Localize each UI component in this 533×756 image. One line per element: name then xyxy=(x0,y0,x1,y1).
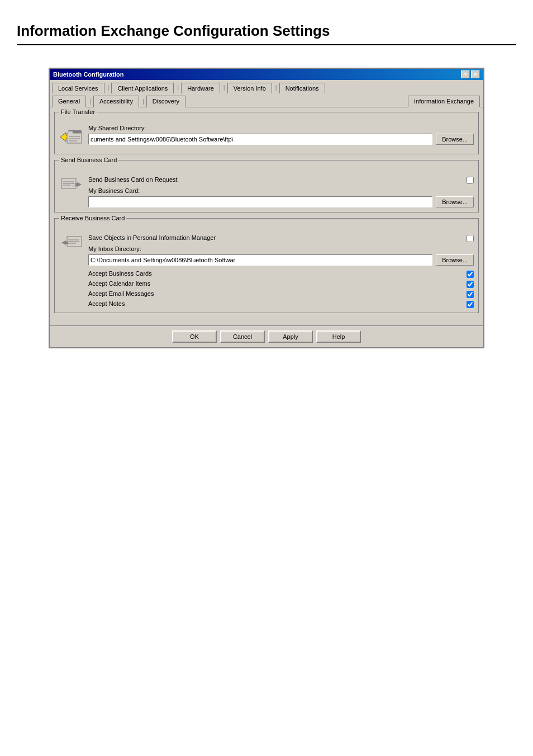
accept-calendar-items-checkbox[interactable] xyxy=(467,281,474,288)
tab-notifications[interactable]: Notifications xyxy=(279,83,325,93)
file-transfer-fields: My Shared Directory: Browse... xyxy=(88,125,474,145)
tab-divider-6: | xyxy=(140,95,146,107)
tabs-row1: Local Services | Client Applications | H… xyxy=(50,80,483,93)
my-inbox-directory-label: My Inbox Directory: xyxy=(88,245,474,252)
business-card-browse-button[interactable]: Browse... xyxy=(436,196,474,207)
save-in-pim-row: Save Objects in Personal Information Man… xyxy=(88,234,474,242)
tab-general[interactable]: General xyxy=(52,96,86,107)
accept-email-messages-label: Accept Email Messages xyxy=(88,290,154,297)
tab-local-services[interactable]: Local Services xyxy=(52,83,104,93)
accept-calendar-items-row: Accept Calendar Items xyxy=(88,280,474,288)
tab-accessibility[interactable]: Accessibility xyxy=(93,96,139,107)
send-business-card-fields: Send Business Card on Request My Busines… xyxy=(88,173,474,207)
inbox-directory-input[interactable] xyxy=(88,254,432,266)
my-shared-directory-label: My Shared Directory: xyxy=(88,125,474,131)
close-titlebar-button[interactable]: × xyxy=(471,70,480,78)
file-transfer-icon xyxy=(59,125,84,149)
tab-divider-5: | xyxy=(87,95,93,107)
dialog-titlebar: Bluetooth Configuration ? × xyxy=(50,69,483,80)
accept-notes-row: Accept Notes xyxy=(88,300,474,308)
help-button[interactable]: Help xyxy=(316,330,361,343)
tab-divider-1: | xyxy=(106,82,112,93)
tab-divider-4: | xyxy=(273,82,279,93)
inbox-directory-row: Browse... xyxy=(88,254,474,266)
receive-business-card-group: Receive Business Card Save Obj xyxy=(54,218,479,313)
bottom-buttons: OK Cancel Apply Help xyxy=(50,325,483,347)
page-title: Information Exchange Configuration Setti… xyxy=(17,22,516,45)
apply-button[interactable]: Apply xyxy=(268,330,313,343)
receive-business-card-content: Save Objects in Personal Information Man… xyxy=(59,231,474,308)
accept-business-cards-checkbox[interactable] xyxy=(467,271,474,278)
save-in-pim-checkbox[interactable] xyxy=(467,235,474,242)
send-business-card-icon xyxy=(59,173,84,197)
send-business-card-title: Send Business Card xyxy=(59,157,118,163)
inbox-browse-button[interactable]: Browse... xyxy=(436,254,474,266)
accept-email-messages-checkbox[interactable] xyxy=(467,291,474,298)
file-transfer-title: File Transfer xyxy=(59,108,97,115)
send-business-card-group: Send Business Card Send Busine xyxy=(54,160,479,212)
shared-directory-input[interactable] xyxy=(88,134,432,145)
tab-information-exchange[interactable]: Information Exchange xyxy=(408,96,480,107)
send-on-request-checkbox[interactable] xyxy=(467,177,474,184)
file-transfer-browse-button[interactable]: Browse... xyxy=(436,134,474,145)
accept-email-messages-row: Accept Email Messages xyxy=(88,290,474,298)
svg-rect-2 xyxy=(67,133,82,143)
save-in-pim-label: Save Objects in Personal Information Man… xyxy=(88,234,216,241)
dialog-body: File Transfer xyxy=(50,107,483,323)
send-business-card-content: Send Business Card on Request My Busines… xyxy=(59,173,474,207)
accept-business-cards-row: Accept Business Cards xyxy=(88,270,474,278)
business-card-row: Browse... xyxy=(88,196,474,207)
accept-business-cards-label: Accept Business Cards xyxy=(88,270,152,277)
tab-divider-3: | xyxy=(221,82,227,93)
cancel-button[interactable]: Cancel xyxy=(220,330,265,343)
send-on-request-label: Send Business Card on Request xyxy=(88,176,178,183)
accept-calendar-items-label: Accept Calendar Items xyxy=(88,280,150,287)
svg-rect-3 xyxy=(68,131,73,134)
tab-discovery[interactable]: Discovery xyxy=(146,96,185,107)
ok-button[interactable]: OK xyxy=(172,330,217,343)
tab-version-info[interactable]: Version Info xyxy=(227,83,272,93)
shared-directory-row: Browse... xyxy=(88,134,474,145)
accept-notes-label: Accept Notes xyxy=(88,300,125,307)
file-transfer-content: My Shared Directory: Browse... xyxy=(59,125,474,149)
dialog-title: Bluetooth Configuration xyxy=(53,71,123,78)
send-on-request-row: Send Business Card on Request xyxy=(88,176,474,184)
receive-business-card-icon xyxy=(59,231,84,256)
receive-business-card-fields: Save Objects in Personal Information Man… xyxy=(88,231,474,308)
tabs-row2: General | Accessibility | Discovery Info… xyxy=(50,93,483,107)
business-card-input[interactable] xyxy=(88,196,432,207)
dialog-window: Bluetooth Configuration ? × Local Servic… xyxy=(49,68,484,348)
tab-hardware[interactable]: Hardware xyxy=(181,83,220,93)
tab-divider-2: | xyxy=(175,82,181,93)
my-business-card-label: My Business Card: xyxy=(88,187,474,194)
accept-notes-checkbox[interactable] xyxy=(467,301,474,308)
tab-client-applications[interactable]: Client Applications xyxy=(111,83,174,93)
receive-business-card-title: Receive Business Card xyxy=(59,215,126,221)
titlebar-controls: ? × xyxy=(461,70,480,78)
help-titlebar-button[interactable]: ? xyxy=(461,70,470,78)
file-transfer-group: File Transfer xyxy=(54,112,479,154)
